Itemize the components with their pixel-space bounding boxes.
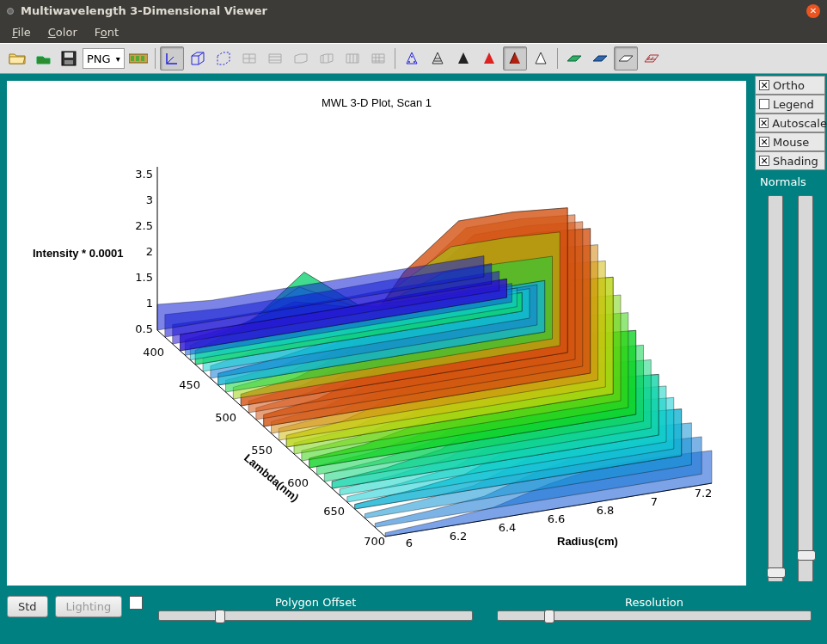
svg-text:6.8: 6.8 — [597, 504, 615, 517]
normal-slider-2[interactable] — [798, 195, 813, 582]
svg-text:3: 3 — [146, 193, 153, 206]
svg-rect-2 — [64, 60, 73, 64]
close-icon[interactable]: ✕ — [806, 4, 820, 18]
save-icon[interactable] — [57, 46, 81, 71]
cone-solid-icon[interactable] — [503, 46, 527, 71]
plot-title: MWL 3-D Plot, Scan 1 — [322, 96, 432, 109]
cone-red-icon[interactable] — [477, 46, 501, 71]
z-axis-label: Intensity * 0.0001 — [33, 247, 124, 260]
check-shading[interactable]: ✕Shading — [755, 151, 825, 170]
normals-label: Normals — [755, 170, 825, 190]
svg-text:6.6: 6.6 — [548, 512, 566, 525]
svg-text:450: 450 — [179, 378, 200, 391]
svg-point-8 — [414, 61, 415, 63]
grid-5-icon[interactable] — [340, 46, 364, 71]
polygon-offset-slider[interactable] — [158, 610, 474, 621]
svg-point-7 — [408, 61, 410, 63]
box-dashed-icon[interactable] — [211, 46, 236, 71]
svg-text:1: 1 — [146, 297, 153, 310]
chevron-down-icon: ▾ — [116, 54, 120, 64]
cone-blue-icon[interactable] — [400, 46, 424, 71]
movie-icon[interactable] — [126, 46, 150, 71]
check-legend[interactable]: Legend — [755, 95, 825, 113]
plot-area: MWL 3-D Plot, Scan 1 0.5 1 1.5 2 2.5 3 3… — [0, 74, 753, 592]
plane-blue-icon[interactable] — [588, 46, 612, 71]
side-panel: ✕Ortho Legend ✕Autoscale ✕Mouse ✕Shading… — [753, 74, 827, 592]
slider-thumb[interactable] — [767, 567, 786, 578]
reload-icon[interactable] — [31, 46, 55, 71]
check-autoscale[interactable]: ✕Autoscale — [755, 113, 825, 132]
svg-text:500: 500 — [215, 411, 236, 424]
svg-rect-1 — [64, 52, 73, 58]
open-folder-icon[interactable] — [5, 46, 29, 71]
svg-text:2: 2 — [146, 245, 153, 258]
cone-black-icon[interactable] — [451, 46, 475, 71]
check-mouse[interactable]: ✕Mouse — [755, 132, 825, 151]
slider-thumb[interactable] — [544, 610, 554, 623]
surface-3d — [157, 208, 712, 537]
plane-mesh-icon[interactable] — [640, 46, 664, 71]
svg-text:2.5: 2.5 — [135, 219, 153, 232]
cone-white-icon[interactable] — [529, 46, 553, 71]
svg-text:7.2: 7.2 — [695, 487, 713, 500]
menu-bar: File Color Font — [0, 21, 827, 43]
grid-4-icon[interactable] — [315, 46, 339, 71]
svg-rect-4 — [131, 56, 134, 61]
svg-text:400: 400 — [143, 346, 164, 359]
grid-1-icon[interactable] — [237, 46, 261, 71]
resolution-slider[interactable] — [497, 610, 812, 621]
svg-rect-6 — [141, 56, 144, 61]
window-titlebar: Multiwavelength 3-Dimensional Viewer ✕ — [0, 0, 827, 21]
slider-thumb[interactable] — [215, 610, 225, 623]
plot-canvas[interactable]: MWL 3-D Plot, Scan 1 0.5 1 1.5 2 2.5 3 3… — [7, 81, 746, 586]
svg-text:6: 6 — [406, 537, 413, 549]
check-ortho[interactable]: ✕Ortho — [755, 76, 825, 95]
svg-text:7: 7 — [651, 495, 658, 508]
toolbar: PNG▾ — [0, 43, 827, 74]
svg-text:3.5: 3.5 — [135, 168, 153, 181]
cone-outline-icon[interactable] — [426, 46, 450, 71]
svg-text:650: 650 — [323, 505, 345, 518]
grid-6-icon[interactable] — [366, 46, 390, 71]
menu-file[interactable]: File — [5, 24, 38, 40]
window-title: Multiwavelength 3-Dimensional Viewer — [21, 4, 267, 17]
image-format-value: PNG — [87, 52, 111, 65]
std-button[interactable]: Std — [7, 596, 48, 617]
bottom-bar: Std Lighting Polygon Offset Resolution — [0, 592, 827, 644]
slider-thumb[interactable] — [797, 550, 816, 561]
normal-slider-1[interactable] — [768, 195, 783, 582]
polygon-offset-label: Polygon Offset — [275, 596, 356, 609]
svg-text:6.2: 6.2 — [450, 530, 468, 543]
lighting-checkbox[interactable] — [129, 596, 143, 610]
svg-text:700: 700 — [364, 535, 385, 548]
grid-2-icon[interactable] — [263, 46, 287, 71]
image-format-select[interactable]: PNG▾ — [83, 48, 125, 69]
lighting-button[interactable]: Lighting — [55, 596, 123, 617]
grid-3-icon[interactable] — [289, 46, 313, 71]
app-icon — [7, 8, 14, 15]
plane-white-icon[interactable] — [614, 46, 638, 71]
svg-rect-5 — [136, 56, 139, 61]
svg-text:0.5: 0.5 — [135, 322, 153, 335]
svg-text:1.5: 1.5 — [135, 271, 153, 284]
x-axis-label: Radius(cm) — [557, 535, 618, 548]
menu-font[interactable]: Font — [88, 24, 126, 40]
svg-text:6.4: 6.4 — [499, 521, 517, 534]
plane-green-icon[interactable] — [562, 46, 586, 71]
box-icon[interactable] — [186, 46, 210, 71]
axes-icon[interactable] — [160, 46, 184, 71]
resolution-label: Resolution — [625, 596, 683, 609]
svg-point-9 — [411, 56, 413, 58]
menu-color[interactable]: Color — [41, 24, 84, 40]
